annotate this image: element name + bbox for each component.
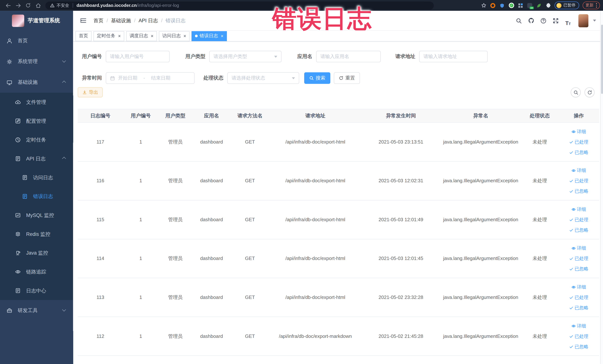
action-detail[interactable]: 详细 — [571, 282, 586, 292]
extension-adblock-icon[interactable] — [490, 2, 496, 8]
toolbox-icon — [7, 308, 12, 313]
hamburger-icon[interactable] — [79, 16, 87, 25]
tab-3[interactable]: 访问日志× — [159, 31, 190, 41]
bookmark-star-icon[interactable] — [481, 2, 487, 8]
action-ignored[interactable]: 已忽略 — [569, 264, 588, 274]
gear-icon — [7, 59, 12, 64]
cell-user_id: 1 — [123, 256, 159, 261]
action-detail[interactable]: 详细 — [571, 321, 586, 331]
browser-reload-icon[interactable] — [23, 1, 33, 10]
extension-vue-devtools-icon[interactable]: ✓ — [509, 2, 514, 8]
breadcrumb-current: 错误日志 — [165, 17, 186, 24]
url-domain: dashboard.yudao.iocoder.cn — [77, 3, 137, 8]
scrollbar-thumb[interactable] — [601, 25, 603, 94]
font-size-icon[interactable]: TT — [563, 16, 573, 26]
process-status-placeholder: 请选择处理状态 — [232, 75, 292, 82]
action-ignored[interactable]: 已忽略 — [569, 225, 588, 235]
exception-time-range-picker[interactable]: 开始日期 - 结束日期 — [106, 72, 195, 84]
tab-close-icon[interactable]: × — [184, 34, 186, 38]
help-question-icon[interactable] — [538, 16, 548, 26]
user-type-select[interactable]: 请选择用户类型 — [209, 51, 282, 62]
sidebar-item-monitor[interactable]: 基础设施 — [0, 72, 73, 93]
extension-switch-on-icon[interactable]: on — [527, 2, 533, 8]
action-detail[interactable]: 详细 — [571, 204, 586, 214]
action-detail[interactable]: 详细 — [571, 243, 586, 253]
sidebar-item-db[interactable]: MySQL 监控 — [0, 206, 73, 225]
address-bar[interactable]: 不安全 dashboard.yudao.iocoder.cn /infra/lo… — [46, 1, 434, 10]
tab-0[interactable]: 首页 — [75, 31, 92, 41]
reset-button[interactable]: 重置 — [334, 72, 360, 84]
sidebar-item-java[interactable]: Java 监控 — [0, 244, 73, 262]
refresh-table-button[interactable] — [584, 87, 594, 97]
toggle-search-button[interactable] — [571, 87, 581, 97]
check-icon — [569, 267, 573, 271]
action-ignored[interactable]: 已忽略 — [569, 341, 588, 352]
tab-close-icon[interactable]: × — [221, 34, 223, 38]
column-header-0: 日志编号 — [78, 112, 123, 119]
app-name-input[interactable] — [316, 51, 381, 62]
java-icon — [15, 250, 21, 256]
breadcrumb-api-log[interactable]: API 日志 — [139, 17, 158, 24]
check-icon — [569, 257, 573, 261]
sidebar-item-people[interactable]: 首页 — [0, 30, 73, 51]
action-ignored[interactable]: 已忽略 — [569, 147, 588, 157]
sidebar-item-log-8[interactable]: 错误日志 — [0, 187, 73, 206]
action-processed[interactable]: 已处理 — [569, 215, 588, 225]
export-button[interactable]: 导出 — [78, 87, 103, 97]
sidebar-item-label: 文件管理 — [26, 99, 46, 106]
browser-menu-icon[interactable] — [596, 3, 597, 8]
process-status-select[interactable]: 请选择处理状态 — [227, 72, 299, 84]
cell-user_type: 管理员 — [159, 333, 192, 340]
sidebar-item-log-6[interactable]: API 日志 — [0, 149, 73, 168]
action-processed[interactable]: 已处理 — [569, 137, 588, 147]
browser-forward-icon[interactable] — [13, 1, 23, 10]
tab-4[interactable]: 错误日志× — [191, 31, 227, 41]
breadcrumb-separator: / — [134, 18, 136, 23]
extension-leaf-icon[interactable] — [536, 2, 542, 8]
header-search-icon[interactable] — [514, 16, 524, 26]
action-ignored[interactable]: 已忽略 — [569, 186, 588, 196]
extensions-puzzle-icon[interactable] — [545, 2, 551, 8]
sidebar-item-redis[interactable]: Redis 监控 — [0, 225, 73, 244]
sidebar-item-eye[interactable]: 链路追踪 — [0, 262, 73, 281]
tab-close-icon[interactable]: × — [151, 34, 153, 38]
extension-shield-icon[interactable] — [499, 2, 505, 8]
action-processed[interactable]: 已处理 — [569, 176, 588, 186]
page-scrollbar[interactable] — [600, 11, 603, 364]
fullscreen-icon[interactable] — [551, 16, 561, 26]
action-detail[interactable]: 详细 — [571, 127, 586, 137]
breadcrumb-home[interactable]: 首页 — [93, 17, 104, 24]
sidebar-item-clock[interactable]: 定时任务 — [0, 130, 73, 149]
tab-2[interactable]: 调度日志× — [126, 31, 157, 41]
github-icon[interactable] — [526, 16, 536, 26]
user-type-placeholder: 请选择用户类型 — [213, 53, 274, 60]
sidebar-item-edit[interactable]: 配置管理 — [0, 112, 73, 130]
user-avatar[interactable] — [578, 14, 588, 27]
avatar-caret-icon[interactable] — [593, 20, 596, 22]
browser-back-icon[interactable] — [3, 1, 13, 10]
action-processed[interactable]: 已处理 — [569, 293, 588, 303]
user-id-input[interactable] — [106, 51, 170, 62]
action-ignored[interactable]: 已忽略 — [569, 303, 588, 313]
tab-1[interactable]: 定时任务× — [93, 31, 124, 41]
search-button[interactable]: 搜索 — [304, 72, 330, 84]
sidebar-item-log-13[interactable]: 日志中心 — [0, 281, 73, 300]
action-processed[interactable]: 已处理 — [569, 331, 588, 341]
check-icon — [569, 295, 573, 299]
browser-update-button[interactable]: 更新 — [582, 1, 600, 9]
extension-grid-icon[interactable] — [518, 2, 523, 8]
sidebar-item-log-7[interactable]: 访问日志 — [0, 168, 73, 187]
action-detail[interactable]: 详细 — [571, 165, 586, 176]
cell-actions: 详细已处理已忽略 — [558, 321, 599, 352]
breadcrumb-infra[interactable]: 基础设施 — [111, 17, 131, 24]
sidebar-item-gear[interactable]: 系统管理 — [0, 51, 73, 72]
request-url-input[interactable] — [419, 51, 487, 62]
app-logo[interactable]: 芋道管理系统 — [0, 11, 73, 30]
tab-close-icon[interactable]: × — [118, 34, 121, 38]
sidebar-item-cloud[interactable]: 文件管理 — [0, 93, 73, 112]
action-processed[interactable]: 已处理 — [569, 254, 588, 263]
browser-home-icon[interactable] — [33, 1, 43, 10]
browser-profile-chip[interactable]: 已暂停 — [555, 1, 579, 9]
cell-id: 115 — [78, 217, 123, 222]
sidebar-item-toolbox[interactable]: 研发工具 — [0, 300, 73, 321]
